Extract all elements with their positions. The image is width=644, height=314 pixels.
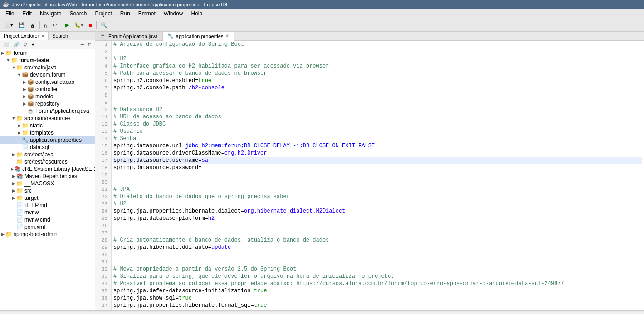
tree-item-2[interactable]: ▼📁forum-teste [0, 57, 95, 64]
toolbar-btn-1[interactable]: ⬜▾ [2, 21, 15, 29]
tree-item-22[interactable]: 📄HELP.md [0, 202, 95, 209]
tree-item-26[interactable]: ▶📁spring-boot-admin [0, 231, 95, 238]
tree-icon: 📁 [16, 159, 23, 165]
code-line-6: spring.h2.console.enabled=true [113, 77, 642, 84]
view-menu-btn[interactable]: ▾ [30, 41, 36, 48]
toolbar-btn-2[interactable]: 💾 [16, 21, 27, 29]
menu-item-edit[interactable]: Edit [19, 10, 35, 18]
tree-icon: 📁 [16, 195, 23, 201]
tree-item-14[interactable]: 📄data.sql [0, 144, 95, 151]
code-key-37: spring.jpa.properties.hibernate.format_s… [113, 302, 250, 309]
code-line-7: spring.h2.console.path=/h2-console [113, 84, 642, 92]
menu-item-navigate[interactable]: Navigate [36, 10, 65, 18]
filter-btn[interactable]: ▽ [22, 41, 29, 48]
editor-tab-0[interactable]: ☕ForumApplication.java [95, 32, 163, 40]
code-comment-32: # Nova propriedade a partir da versão 2.… [113, 266, 296, 272]
tree-item-16[interactable]: 📁src/test/resources [0, 158, 95, 165]
left-panel: Project Explorer ✕ Search ⬜ 🔗 ▽ ▾ ─ □ ▶📁… [0, 32, 95, 310]
tree-label: repository [35, 101, 59, 107]
tree-item-1[interactable]: ▶📁forum [0, 49, 95, 57]
app-icon: ☕ [3, 1, 9, 7]
tree-item-21[interactable]: ▶📁target [0, 194, 95, 202]
code-comment-28: # Cria automaticamente o banco de dados,… [113, 237, 329, 243]
tree-item-12[interactable]: ▶📁templates [0, 129, 95, 136]
tree-arrow: ▶ [16, 123, 22, 128]
line-number-31: 31 [97, 258, 107, 266]
tree-label: target [24, 195, 39, 201]
tree-item-4[interactable]: ▼📦dev.com.forum [0, 71, 95, 78]
code-comment-22: # Dialeto do banco de dados que o spring… [113, 193, 290, 200]
panel-toolbar: ⬜ 🔗 ▽ ▾ ─ □ [0, 40, 95, 49]
toolbar-run[interactable]: ▶ [63, 21, 71, 29]
code-line-8 [113, 92, 642, 99]
line-number-32: 32 [97, 266, 107, 273]
tree-item-19[interactable]: ▶📁__MACOSX [0, 180, 95, 187]
tree-item-18[interactable]: ▶📚Maven Dependencies [0, 173, 95, 180]
line-number-5: 5 [97, 70, 107, 77]
toolbar-stop[interactable]: ■ [87, 21, 94, 29]
tree-item-24[interactable]: 📄mvnw.cmd [0, 216, 95, 223]
code-key-36: spring.jpa.show-sql [113, 295, 176, 301]
code-key-7: spring.h2.console.path [113, 85, 185, 91]
menu-item-run[interactable]: Run [117, 10, 134, 18]
menu-item-search[interactable]: Search [66, 10, 90, 18]
maximize-btn[interactable]: □ [87, 41, 93, 48]
tree-icon: 📚 [14, 166, 21, 172]
line-number-3: 3 [97, 55, 107, 63]
line-number-17: 17 [97, 157, 107, 164]
tree-icon: 📁 [16, 188, 23, 194]
collapse-all-btn[interactable]: ⬜ [2, 41, 11, 48]
menu-item-window[interactable]: Window [160, 10, 187, 18]
tree-label: __MACOSX [24, 180, 54, 187]
line-number-15: 15 [97, 142, 107, 150]
minimize-btn[interactable]: ─ [79, 41, 86, 48]
toolbar-btn-4[interactable]: ⎌ [42, 21, 49, 29]
tree-item-11[interactable]: ▶📁static [0, 122, 95, 129]
tree-item-3[interactable]: ▼📁src/main/java [0, 64, 95, 71]
tab-search-label: Search [52, 33, 68, 39]
tree-item-15[interactable]: ▶📁src/test/java [0, 151, 95, 158]
tree-item-7[interactable]: ▶📦modelo [0, 93, 95, 100]
tab-project-explorer-close[interactable]: ✕ [41, 34, 44, 39]
menu-item-file[interactable]: File [2, 10, 18, 18]
tree-item-10[interactable]: ▼📁src/main/resources [0, 115, 95, 122]
code-comment-34: # Possível problema ao colocar essa prop… [113, 280, 564, 287]
tree-arrow: ▶ [16, 130, 22, 135]
tab-search[interactable]: Search [49, 32, 72, 40]
tab-project-explorer[interactable]: Project Explorer ✕ [0, 32, 49, 40]
menu-item-project[interactable]: Project [91, 10, 115, 18]
line-number-1: 1 [97, 41, 107, 48]
tree-item-23[interactable]: 📄mvnw [0, 209, 95, 216]
code-line-12: # Classe do JDBC [113, 121, 642, 128]
panel-tabs: Project Explorer ✕ Search [0, 32, 95, 40]
menu-item-help[interactable]: Help [188, 10, 206, 18]
code-line-20 [113, 179, 642, 186]
statusbar [0, 310, 644, 312]
titlebar-text: JavaProjectsEclipseJavaWeb - forum-teste… [12, 2, 229, 7]
tree-item-6[interactable]: ▶📦controller [0, 86, 95, 93]
tree-item-8[interactable]: ▶📦repository [0, 100, 95, 107]
code-eq-18: = [198, 164, 201, 171]
menu-item-emmet[interactable]: Emmet [135, 10, 159, 18]
code-editor[interactable]: 1234567891011121314151617181920212223242… [95, 41, 644, 310]
tree-item-17[interactable]: ▶📚JRE System Library [JavaSE-17] [0, 165, 95, 173]
editor-tab-1[interactable]: 🔧application.properties✕ [163, 32, 234, 41]
tree-item-20[interactable]: ▶📁src [0, 187, 95, 194]
code-val-6: true [198, 77, 211, 84]
code-val-25: h2 [208, 215, 215, 222]
tree-label: static [30, 122, 43, 129]
toolbar-btn-3[interactable]: 🖨 [28, 21, 38, 29]
line-number-7: 7 [97, 84, 107, 92]
tree-item-25[interactable]: 📄pom.xml [0, 223, 95, 231]
toolbar-btn-5[interactable]: ↩ [50, 21, 59, 29]
code-key-24: spring.jpa.properties.hibernate.dialect [113, 208, 241, 214]
toolbar-debug[interactable]: 🐛▾ [72, 21, 86, 29]
tree-item-5[interactable]: ▶📦config.validacao [0, 78, 95, 86]
link-editor-btn[interactable]: 🔗 [12, 41, 21, 48]
tree-arrow: ▼ [16, 72, 22, 77]
editor-tab-close-1[interactable]: ✕ [225, 34, 229, 39]
toolbar-search[interactable]: 🔍 [98, 21, 109, 29]
tree-icon: 📦 [22, 72, 29, 78]
tree-item-13[interactable]: 🔧application.properties [0, 136, 95, 144]
tree-item-9[interactable]: ☕ForumApplication.java [0, 107, 95, 115]
